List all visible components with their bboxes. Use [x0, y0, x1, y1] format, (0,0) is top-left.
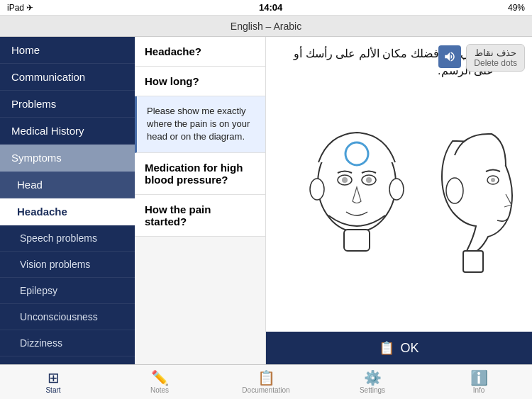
sidebar-item-unconsciousness[interactable]: Unconsciousness: [0, 304, 135, 330]
svg-point-11: [491, 178, 495, 182]
svg-rect-9: [463, 251, 483, 272]
status-time: 14:04: [259, 2, 282, 13]
sidebar-item-symptoms[interactable]: Symptoms: [0, 145, 135, 172]
tab-notes-label: Notes: [150, 386, 169, 394]
tab-settings[interactable]: ⚙️ Settings: [319, 365, 426, 399]
home-icon: ⊞: [48, 371, 60, 385]
delete-dots-button[interactable]: حذف نقاط Delete dots: [466, 44, 525, 72]
middle-item-show-me[interactable]: Please show me exactly where the pain is…: [135, 96, 265, 153]
sidebar-item-nausea[interactable]: Nausea: [0, 356, 135, 364]
speaker-icon[interactable]: [438, 45, 461, 68]
svg-point-12: [446, 178, 463, 203]
svg-point-7: [389, 179, 404, 200]
sidebar-item-medical-history[interactable]: Medical History: [0, 118, 135, 145]
settings-icon: ⚙️: [364, 371, 382, 385]
sidebar-item-epilepsy[interactable]: Epilepsy: [0, 278, 135, 304]
right-panel: حدد لي من فضلك مكان الألم على رأسك أو عل…: [266, 37, 532, 364]
middle-item-headache-q[interactable]: Headache?: [135, 37, 265, 67]
tab-documentation[interactable]: 📋 Documentation: [213, 365, 319, 399]
documentation-icon: 📋: [257, 371, 275, 385]
tab-info[interactable]: ℹ️ Info: [426, 365, 532, 399]
tab-documentation-label: Documentation: [242, 386, 289, 394]
sidebar-item-head[interactable]: Head: [0, 172, 135, 198]
status-left: iPad ✈: [7, 3, 33, 13]
head-diagram[interactable]: [276, 86, 522, 323]
sidebar-item-communication[interactable]: Communication: [0, 64, 135, 91]
language-label: English – Arabic: [231, 21, 301, 32]
sidebar-item-dizziness[interactable]: Dizziness: [0, 330, 135, 356]
status-bar: iPad ✈ 14:04 49%: [0, 0, 532, 16]
middle-panel: Headache? How long? Please show me exact…: [135, 37, 266, 364]
tab-notes[interactable]: ✏️ Notes: [106, 365, 213, 399]
tab-settings-label: Settings: [360, 386, 385, 394]
main-layout: Home Communication Problems Medical Hist…: [0, 37, 532, 364]
info-icon: ℹ️: [470, 371, 488, 385]
delete-dots-english-label: Delete dots: [474, 58, 517, 68]
tab-start-label: Start: [45, 386, 60, 394]
middle-item-pain-started-q[interactable]: How the pain started?: [135, 195, 265, 237]
sidebar: Home Communication Problems Medical Hist…: [0, 37, 135, 364]
tab-start[interactable]: ⊞ Start: [0, 365, 106, 399]
sidebar-item-problems[interactable]: Problems: [0, 91, 135, 118]
language-bar: English – Arabic: [0, 16, 532, 37]
middle-item-medication-q[interactable]: Medication for high blood pressure?: [135, 153, 265, 195]
middle-item-how-long-q[interactable]: How long?: [135, 67, 265, 96]
ok-label: OK: [400, 341, 419, 356]
status-right: 49%: [508, 3, 525, 13]
svg-point-5: [366, 177, 372, 183]
right-content: حدد لي من فضلك مكان الألم على رأسك أو عل…: [266, 37, 532, 332]
sidebar-item-vision-problems[interactable]: Vision problems: [0, 252, 135, 278]
delete-dots-arabic-label: حذف نقاط: [474, 47, 517, 58]
ok-button[interactable]: 📋 OK: [266, 332, 532, 364]
tab-bar: ⊞ Start ✏️ Notes 📋 Documentation ⚙️ Sett…: [0, 364, 532, 399]
sidebar-item-home[interactable]: Home: [0, 37, 135, 64]
notes-icon: ✏️: [151, 371, 169, 385]
svg-rect-1: [344, 230, 370, 251]
battery-label: 49%: [508, 3, 525, 13]
tab-info-label: Info: [473, 386, 485, 394]
svg-point-4: [342, 177, 348, 183]
ok-icon: 📋: [379, 340, 394, 356]
svg-point-6: [310, 179, 324, 200]
sidebar-item-speech-problems[interactable]: Speech problems: [0, 225, 135, 252]
ipad-label: iPad ✈: [7, 3, 33, 13]
sidebar-item-headache[interactable]: Headache: [0, 198, 135, 225]
